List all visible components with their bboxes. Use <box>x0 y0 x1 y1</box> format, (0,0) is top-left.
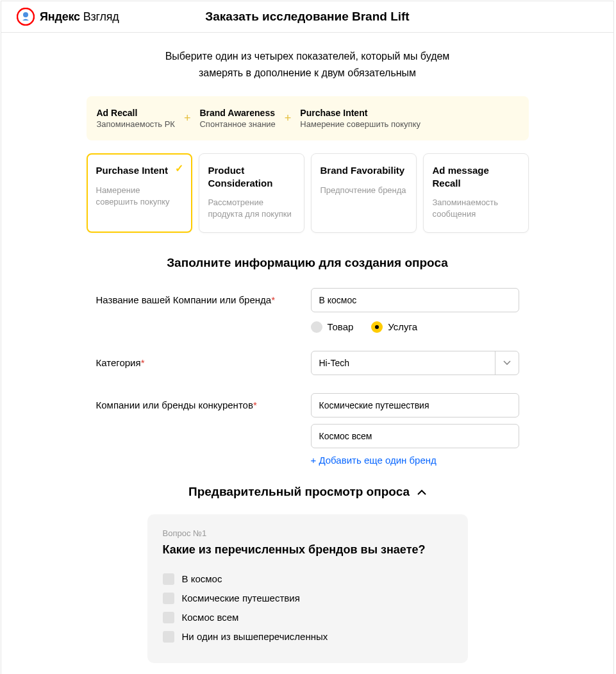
brand-name-input[interactable] <box>311 288 519 312</box>
metric-card-ad-message-recall[interactable]: Ad message Recall Запоминаемость сообщен… <box>423 153 529 232</box>
checkbox-icon <box>163 593 174 604</box>
form-row-brand: Название вашей Компании или бренда* Това… <box>96 288 519 333</box>
metric-card-brand-favorability[interactable]: Brand Favorability Предпочтение бренда <box>311 153 417 232</box>
add-brand-link[interactable]: + Добавить еще один бренд <box>311 455 437 466</box>
checkbox-icon <box>163 631 174 643</box>
mandatory-metric: Purchase Intent Намерение совершить поку… <box>300 108 420 129</box>
content: Выберите один из четырех показателей, ко… <box>1 33 613 674</box>
question-title: Какие из перечисленных брендов вы знаете… <box>163 543 453 557</box>
radio-service[interactable]: Услуга <box>371 321 417 333</box>
plus-icon: + <box>175 112 200 125</box>
radio-icon <box>311 321 322 333</box>
radio-product[interactable]: Товар <box>311 321 354 333</box>
form-row-category: Категория* <box>96 351 519 375</box>
checkbox-icon <box>163 573 174 585</box>
metric-card-product-consideration[interactable]: Product Consideration Рассмотрение проду… <box>199 153 304 232</box>
radio-icon <box>371 321 383 333</box>
category-label: Категория* <box>96 351 311 368</box>
competitor-input-1[interactable] <box>311 393 519 417</box>
preview-option[interactable]: Космические путешествия <box>163 589 453 608</box>
logo-text: Яндекс Взгляд <box>40 10 119 24</box>
svg-point-1 <box>23 12 28 17</box>
competitors-label: Компании или бренды конкурентов* <box>96 393 311 410</box>
preview-option[interactable]: Ни один из вышеперечисленных <box>163 627 453 646</box>
yandex-logo-icon <box>17 8 35 26</box>
competitor-input-2[interactable] <box>311 424 519 448</box>
form: Название вашей Компании или бренда* Това… <box>96 288 519 466</box>
metric-card-purchase-intent[interactable]: ✓ Purchase Intent Намерение совершить по… <box>87 153 192 232</box>
page-title: Заказать исследование Brand Lift <box>205 10 409 24</box>
checkbox-icon <box>163 612 174 623</box>
form-row-competitors: Компании или бренды конкурентов* + Добав… <box>96 393 519 466</box>
question-number: Вопрос №1 <box>163 528 453 538</box>
mandatory-metric: Ad Recall Запоминаемость РК <box>97 108 175 129</box>
mandatory-metrics-strip: Ad Recall Запоминаемость РК + Brand Awar… <box>87 96 529 140</box>
chevron-up-icon <box>417 487 426 497</box>
plus-icon: + <box>276 112 301 125</box>
intro-text: Выберите один из четырех показателей, ко… <box>1 48 613 81</box>
check-icon: ✓ <box>175 162 183 174</box>
form-section-title: Заполните информацию для создания опроса <box>1 256 613 270</box>
preview-option[interactable]: В космос <box>163 569 453 589</box>
app-frame: Яндекс Взгляд Заказать исследование Bran… <box>1 1 614 674</box>
category-select[interactable] <box>311 351 519 375</box>
brand-label: Название вашей Компании или бренда* <box>96 288 311 305</box>
preview-toggle[interactable]: Предварительный просмотр опроса <box>1 485 613 499</box>
metric-cards: ✓ Purchase Intent Намерение совершить по… <box>87 153 529 232</box>
preview-card: Вопрос №1 Какие из перечисленных брендов… <box>147 514 468 663</box>
preview-option[interactable]: Космос всем <box>163 608 453 627</box>
logo[interactable]: Яндекс Взгляд <box>17 8 119 26</box>
mandatory-metric: Brand Awareness Спонтанное знание <box>199 108 275 129</box>
header: Яндекс Взгляд Заказать исследование Bran… <box>1 1 613 33</box>
